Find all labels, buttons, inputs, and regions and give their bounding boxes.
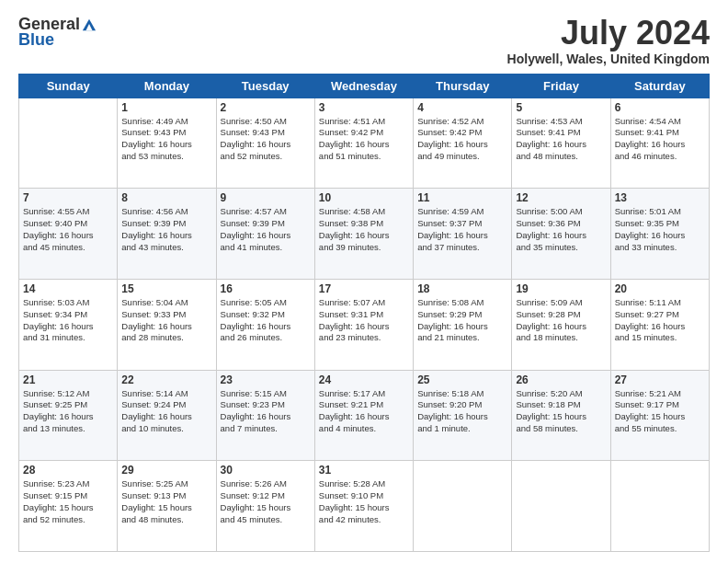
calendar-week-row: 1Sunrise: 4:49 AM Sunset: 9:43 PM Daylig… (19, 98, 710, 189)
day-number: 3 (319, 101, 409, 114)
col-tuesday: Tuesday (216, 74, 314, 98)
day-number: 2 (221, 101, 311, 114)
calendar-cell: 3Sunrise: 4:51 AM Sunset: 9:42 PM Daylig… (314, 98, 413, 189)
day-number: 17 (319, 282, 409, 295)
day-number: 22 (121, 373, 211, 386)
day-number: 1 (121, 101, 211, 114)
day-info: Sunrise: 5:14 AM Sunset: 9:24 PM Dayligh… (121, 388, 211, 435)
day-info: Sunrise: 4:56 AM Sunset: 9:39 PM Dayligh… (121, 206, 211, 253)
day-number: 9 (221, 191, 311, 204)
day-number: 20 (615, 282, 705, 295)
calendar-table: Sunday Monday Tuesday Wednesday Thursday… (18, 74, 710, 552)
day-number: 11 (417, 191, 507, 204)
day-info: Sunrise: 5:01 AM Sunset: 9:35 PM Dayligh… (615, 206, 705, 253)
calendar-cell: 16Sunrise: 5:05 AM Sunset: 9:32 PM Dayli… (216, 279, 314, 370)
calendar-cell: 17Sunrise: 5:07 AM Sunset: 9:31 PM Dayli… (314, 279, 413, 370)
calendar-cell (414, 461, 512, 552)
calendar-cell: 11Sunrise: 4:59 AM Sunset: 9:37 PM Dayli… (414, 189, 512, 280)
logo: General Blue (18, 15, 98, 50)
calendar-cell (610, 461, 709, 552)
col-friday: Friday (512, 74, 610, 98)
day-number: 13 (615, 191, 705, 204)
day-number: 6 (615, 101, 705, 114)
calendar-cell: 14Sunrise: 5:03 AM Sunset: 9:34 PM Dayli… (19, 279, 118, 370)
day-number: 23 (221, 373, 311, 386)
day-number: 31 (319, 464, 409, 477)
calendar-cell: 20Sunrise: 5:11 AM Sunset: 9:27 PM Dayli… (610, 279, 709, 370)
calendar-header-row: Sunday Monday Tuesday Wednesday Thursday… (19, 74, 710, 98)
calendar-cell: 4Sunrise: 4:52 AM Sunset: 9:42 PM Daylig… (414, 98, 512, 189)
day-number: 5 (516, 101, 606, 114)
calendar-cell: 12Sunrise: 5:00 AM Sunset: 9:36 PM Dayli… (512, 189, 610, 280)
col-thursday: Thursday (414, 74, 512, 98)
day-number: 14 (23, 282, 113, 295)
day-info: Sunrise: 4:54 AM Sunset: 9:41 PM Dayligh… (615, 116, 705, 163)
day-info: Sunrise: 5:04 AM Sunset: 9:33 PM Dayligh… (121, 297, 211, 344)
day-info: Sunrise: 5:17 AM Sunset: 9:21 PM Dayligh… (319, 388, 409, 435)
day-number: 19 (516, 282, 606, 295)
day-number: 30 (221, 464, 311, 477)
location: Holywell, Wales, United Kingdom (507, 52, 710, 66)
day-info: Sunrise: 4:53 AM Sunset: 9:41 PM Dayligh… (516, 116, 606, 163)
day-number: 12 (516, 191, 606, 204)
day-info: Sunrise: 4:59 AM Sunset: 9:37 PM Dayligh… (417, 206, 507, 253)
day-number: 25 (417, 373, 507, 386)
calendar-week-row: 21Sunrise: 5:12 AM Sunset: 9:25 PM Dayli… (19, 370, 710, 461)
calendar-cell: 28Sunrise: 5:23 AM Sunset: 9:15 PM Dayli… (19, 461, 118, 552)
day-number: 28 (23, 464, 113, 477)
calendar-cell (19, 98, 118, 189)
day-number: 26 (516, 373, 606, 386)
day-info: Sunrise: 4:55 AM Sunset: 9:40 PM Dayligh… (23, 206, 113, 253)
day-number: 27 (615, 373, 705, 386)
day-info: Sunrise: 5:03 AM Sunset: 9:34 PM Dayligh… (23, 297, 113, 344)
day-number: 10 (319, 191, 409, 204)
calendar-cell: 2Sunrise: 4:50 AM Sunset: 9:43 PM Daylig… (216, 98, 314, 189)
calendar-cell: 19Sunrise: 5:09 AM Sunset: 9:28 PM Dayli… (512, 279, 610, 370)
logo-blue-text: Blue (18, 30, 54, 50)
day-number: 7 (23, 191, 113, 204)
calendar-cell: 31Sunrise: 5:28 AM Sunset: 9:10 PM Dayli… (314, 461, 413, 552)
day-info: Sunrise: 5:23 AM Sunset: 9:15 PM Dayligh… (23, 478, 113, 525)
day-number: 24 (319, 373, 409, 386)
day-info: Sunrise: 4:52 AM Sunset: 9:42 PM Dayligh… (417, 116, 507, 163)
day-info: Sunrise: 5:08 AM Sunset: 9:29 PM Dayligh… (417, 297, 507, 344)
day-info: Sunrise: 4:58 AM Sunset: 9:38 PM Dayligh… (319, 206, 409, 253)
calendar-cell: 6Sunrise: 4:54 AM Sunset: 9:41 PM Daylig… (610, 98, 709, 189)
logo-triangle-icon (81, 17, 97, 32)
calendar-week-row: 14Sunrise: 5:03 AM Sunset: 9:34 PM Dayli… (19, 279, 710, 370)
calendar-cell: 30Sunrise: 5:26 AM Sunset: 9:12 PM Dayli… (216, 461, 314, 552)
calendar-cell: 29Sunrise: 5:25 AM Sunset: 9:13 PM Dayli… (118, 461, 216, 552)
day-info: Sunrise: 5:09 AM Sunset: 9:28 PM Dayligh… (516, 297, 606, 344)
calendar-cell: 10Sunrise: 4:58 AM Sunset: 9:38 PM Dayli… (314, 189, 413, 280)
calendar-cell (512, 461, 610, 552)
day-info: Sunrise: 5:21 AM Sunset: 9:17 PM Dayligh… (615, 388, 705, 435)
day-number: 16 (221, 282, 311, 295)
day-number: 18 (417, 282, 507, 295)
calendar-cell: 13Sunrise: 5:01 AM Sunset: 9:35 PM Dayli… (610, 189, 709, 280)
calendar-cell: 15Sunrise: 5:04 AM Sunset: 9:33 PM Dayli… (118, 279, 216, 370)
calendar-cell: 7Sunrise: 4:55 AM Sunset: 9:40 PM Daylig… (19, 189, 118, 280)
calendar-cell: 1Sunrise: 4:49 AM Sunset: 9:43 PM Daylig… (118, 98, 216, 189)
day-info: Sunrise: 5:12 AM Sunset: 9:25 PM Dayligh… (23, 388, 113, 435)
day-info: Sunrise: 4:51 AM Sunset: 9:42 PM Dayligh… (319, 116, 409, 163)
page: General Blue July 2024 Holywell, Wales, … (0, 0, 728, 563)
calendar-cell: 25Sunrise: 5:18 AM Sunset: 9:20 PM Dayli… (414, 370, 512, 461)
day-number: 29 (121, 464, 211, 477)
calendar-week-row: 7Sunrise: 4:55 AM Sunset: 9:40 PM Daylig… (19, 189, 710, 280)
col-saturday: Saturday (610, 74, 709, 98)
calendar-cell: 21Sunrise: 5:12 AM Sunset: 9:25 PM Dayli… (19, 370, 118, 461)
calendar-cell: 18Sunrise: 5:08 AM Sunset: 9:29 PM Dayli… (414, 279, 512, 370)
calendar-cell: 8Sunrise: 4:56 AM Sunset: 9:39 PM Daylig… (118, 189, 216, 280)
day-number: 8 (121, 191, 211, 204)
day-number: 4 (417, 101, 507, 114)
col-wednesday: Wednesday (314, 74, 413, 98)
day-info: Sunrise: 4:57 AM Sunset: 9:39 PM Dayligh… (221, 206, 311, 253)
day-info: Sunrise: 4:50 AM Sunset: 9:43 PM Dayligh… (221, 116, 311, 163)
calendar-cell: 24Sunrise: 5:17 AM Sunset: 9:21 PM Dayli… (314, 370, 413, 461)
header: General Blue July 2024 Holywell, Wales, … (18, 15, 710, 66)
day-info: Sunrise: 5:25 AM Sunset: 9:13 PM Dayligh… (121, 478, 211, 525)
day-info: Sunrise: 5:20 AM Sunset: 9:18 PM Dayligh… (516, 388, 606, 435)
day-info: Sunrise: 5:15 AM Sunset: 9:23 PM Dayligh… (221, 388, 311, 435)
calendar-week-row: 28Sunrise: 5:23 AM Sunset: 9:15 PM Dayli… (19, 461, 710, 552)
day-number: 21 (23, 373, 113, 386)
